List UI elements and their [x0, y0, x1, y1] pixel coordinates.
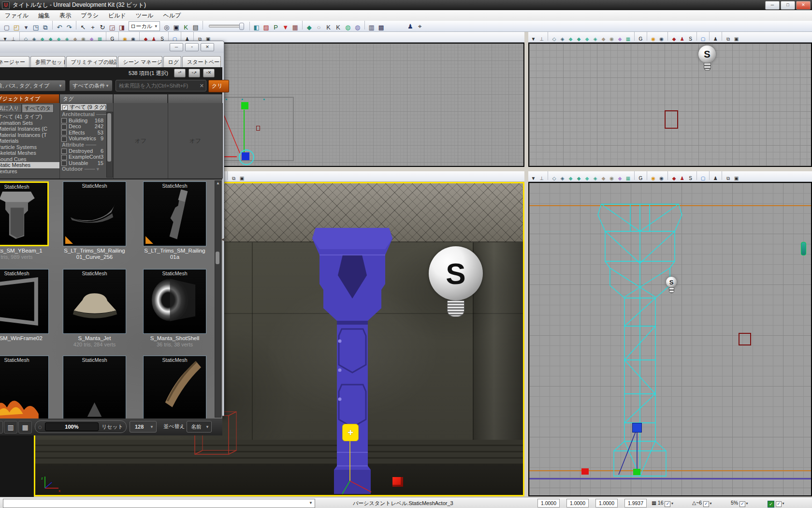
menu-edit[interactable]: 編集: [33, 10, 55, 21]
open-dropdown-icon[interactable]: ▾: [22, 23, 30, 32]
handle-red[interactable]: [581, 468, 589, 475]
possess-icon[interactable]: ♟: [712, 175, 719, 182]
coordinate-system-dropdown[interactable]: ローカル▼: [129, 21, 160, 31]
scroll-up-icon[interactable]: ▲: [215, 181, 221, 185]
checkbox-icon[interactable]: [61, 130, 67, 135]
show-flags-icon[interactable]: ◉: [658, 175, 665, 182]
asset-grid[interactable]: StaticMesh ports_SM_YBeam_1 tris, 989 ve…: [0, 179, 222, 418]
content-browser-titlebar[interactable]: ─ ▫ ✕: [0, 41, 224, 53]
balloon2-icon[interactable]: ◍: [353, 23, 362, 32]
type-row-all[interactable]: すべて (41 タイプ): [0, 114, 59, 120]
autosave-widget[interactable]: ✓ ✓▼: [768, 500, 785, 508]
scale-nonuniform-icon[interactable]: ◨: [117, 23, 126, 32]
search-input[interactable]: 検索用語を入力(Ctrl+Shift+F) ✕: [116, 80, 206, 91]
type-row[interactable]: Materials: [0, 138, 59, 144]
clear-filter-button[interactable]: クリア: [208, 80, 229, 92]
handle-green[interactable]: [633, 469, 640, 475]
maximize-viewport-icon[interactable]: ▣: [238, 175, 246, 182]
asset-item[interactable]: StaticMesh S_Manta_ShotShell 36 tris, 38…: [143, 269, 206, 347]
reflection-mode-icon[interactable]: ◆: [616, 175, 624, 182]
minimize-button[interactable]: ─: [765, 1, 780, 10]
cb-close-button[interactable]: ✕: [201, 43, 214, 51]
viewport-front-wireframe[interactable]: S: [528, 182, 812, 496]
download-icon[interactable]: ▼: [281, 23, 290, 32]
all-types-tab[interactable]: すべてのタ: [22, 104, 54, 113]
tag-row[interactable]: Destroyed6: [60, 148, 113, 154]
scale-field[interactable]: 1.9937: [624, 499, 647, 508]
menu-view[interactable]: 表示: [55, 10, 76, 21]
drag-grid-z-field[interactable]: 1.0000: [595, 499, 618, 508]
tab-referenced-assets[interactable]: 参照アセット: [30, 56, 65, 67]
asset-thumbnail[interactable]: StaticMesh: [143, 269, 206, 334]
light-bulb-icon-small[interactable]: S: [666, 277, 677, 293]
float-viewport-icon[interactable]: ⧉: [230, 175, 237, 182]
favorites-tab[interactable]: お気に入り: [0, 104, 22, 113]
autosave-checkbox[interactable]: ✓: [776, 501, 782, 507]
frontend-icon[interactable]: P: [272, 23, 280, 32]
asset-thumbnail[interactable]: StaticMesh: [63, 181, 126, 246]
maximize-viewport-icon[interactable]: ▣: [733, 175, 740, 182]
scrollbar-thumb[interactable]: [216, 252, 219, 264]
menu-build[interactable]: ビルド: [103, 10, 131, 21]
asset-item[interactable]: StaticMesh S_LT_Trims_SM_Railing01_Curve…: [63, 181, 126, 260]
checkbox-icon[interactable]: [62, 105, 68, 110]
redo-icon[interactable]: ↷: [65, 23, 73, 32]
new-window-icon[interactable]: ▫*: [174, 69, 186, 77]
asset-item[interactable]: StaticMesh: [143, 356, 206, 418]
filter-col4-header[interactable]: [168, 94, 222, 103]
type-row[interactable]: Material Instances (C: [0, 126, 59, 132]
brushwire-mode-icon[interactable]: ◈: [559, 35, 566, 43]
condition-dropdown[interactable]: ▼ すべての条件: [69, 80, 113, 91]
checkbox-icon[interactable]: [61, 136, 67, 142]
type-row[interactable]: Particle Systems: [0, 144, 59, 150]
scale-snap-checkbox[interactable]: ✓: [740, 501, 745, 507]
lightonly-mode-icon[interactable]: ◈: [592, 35, 599, 43]
type-row[interactable]: Sound Cues: [0, 156, 59, 163]
allow-translucent-icon[interactable]: ▢: [699, 35, 707, 43]
asset-thumbnail[interactable]: StaticMesh: [0, 181, 49, 246]
show-flags-icon[interactable]: ◉: [658, 35, 665, 43]
wireframe-mode-icon[interactable]: ◇: [551, 175, 558, 182]
asset-item[interactable]: StaticMesh S_Manta_Jet 420 tris, 284 ver…: [63, 269, 126, 347]
grid-snap-widget[interactable]: ▦ 16 ✓▼: [652, 500, 674, 507]
splitter-vertical[interactable]: [524, 32, 528, 497]
checkbox-icon[interactable]: [61, 149, 67, 154]
type-row[interactable]: Textures: [0, 168, 59, 175]
panel-collapse-arrow[interactable]: ◄: [220, 237, 225, 242]
cb-maximize-button[interactable]: ▫: [185, 43, 199, 51]
tab-manager[interactable]: マネージャー: [0, 56, 29, 67]
viewport-options-icon[interactable]: ▼: [530, 175, 537, 182]
asset-item[interactable]: StaticMesh S_LT_Trims_SM_Railing01a: [143, 181, 206, 260]
brushwire-mode-icon[interactable]: ◈: [559, 175, 566, 182]
status-combobox[interactable]: ▼: [3, 499, 315, 508]
unlit-mode-icon[interactable]: ◆: [567, 35, 574, 43]
tab-scene-manager[interactable]: シーン マネージャ: [118, 56, 162, 67]
type-row[interactable]: Animation Sets: [0, 120, 59, 126]
lock-viewport-icon[interactable]: ◉: [650, 35, 657, 43]
save-icon[interactable]: ◳: [31, 23, 40, 32]
camera-actor-icon[interactable]: ◆: [670, 35, 678, 43]
lit-mode-icon[interactable]: ◆: [575, 35, 582, 43]
texture-density-icon[interactable]: ▦: [624, 35, 632, 43]
menu-help[interactable]: ヘルプ: [158, 10, 186, 21]
rotation-snap-checkbox[interactable]: ✓: [703, 501, 709, 507]
lightmap-density-icon[interactable]: ◉: [608, 175, 615, 182]
actor-red-icon[interactable]: ♟: [679, 175, 686, 182]
start-page-icon[interactable]: ▨: [262, 23, 271, 32]
open-folder-icon[interactable]: ◰: [12, 23, 21, 32]
asset-thumbnail[interactable]: StaticMesh: [63, 269, 126, 334]
drag-grid-y-field[interactable]: 1.0000: [566, 499, 589, 508]
scale-tool-icon[interactable]: ◲: [108, 23, 116, 32]
actor-handle-blue[interactable]: [242, 152, 249, 160]
unlit-mode-icon[interactable]: ◆: [567, 175, 574, 182]
filter-col3-header[interactable]: [114, 94, 168, 103]
checkbox-icon[interactable]: [61, 161, 67, 166]
float-viewport-icon[interactable]: ⧉: [725, 175, 732, 182]
lightmap-density-icon[interactable]: ◉: [608, 35, 615, 43]
build-all-icon[interactable]: ▩: [377, 23, 386, 32]
checkbox-icon[interactable]: [61, 118, 67, 123]
possess-icon[interactable]: ♟: [712, 35, 719, 43]
float-panel-icon[interactable]: ▫↗: [188, 69, 200, 77]
new-file-icon[interactable]: ▢: [2, 23, 11, 32]
tag-scrollbar[interactable]: [106, 112, 113, 178]
